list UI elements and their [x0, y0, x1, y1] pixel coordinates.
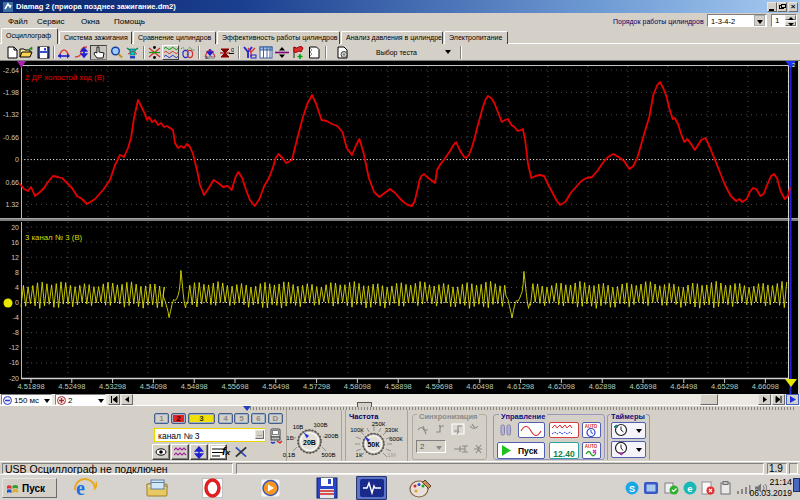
- svg-text:4.51898: 4.51898: [17, 382, 44, 391]
- svg-text:0: 0: [15, 156, 19, 163]
- svg-text:4: 4: [15, 284, 19, 291]
- svg-text:50К: 50К: [367, 441, 380, 448]
- svg-text:500В: 500В: [321, 452, 335, 458]
- svg-text:-2.64: -2.64: [3, 67, 19, 74]
- svg-text:12: 12: [11, 254, 19, 261]
- svg-text:0.66: 0.66: [5, 179, 19, 186]
- svg-text:4.62098: 4.62098: [548, 382, 575, 391]
- svg-text:4.58898: 4.58898: [385, 382, 412, 391]
- svg-text:1М: 1М: [387, 452, 395, 458]
- svg-text:4.52498: 4.52498: [58, 382, 85, 391]
- svg-text:AUTO: AUTO: [205, 56, 215, 60]
- svg-text:4.53298: 4.53298: [99, 382, 126, 391]
- svg-text:4.54898: 4.54898: [181, 382, 208, 391]
- svg-text:4.59698: 4.59698: [425, 382, 452, 391]
- svg-text:4.58098: 4.58098: [344, 382, 371, 391]
- svg-text:-1.32: -1.32: [3, 111, 19, 118]
- svg-text:0: 0: [15, 299, 19, 306]
- svg-text:16: 16: [11, 239, 19, 246]
- svg-text:600К: 600К: [389, 436, 403, 442]
- svg-text:8: 8: [15, 269, 19, 276]
- svg-text:-12: -12: [9, 344, 19, 351]
- svg-text:4.63698: 4.63698: [629, 382, 656, 391]
- svg-text:20: 20: [11, 224, 19, 231]
- svg-text:1.32: 1.32: [5, 201, 19, 208]
- svg-text:4.54098: 4.54098: [140, 382, 167, 391]
- svg-text:-4: -4: [13, 314, 19, 321]
- svg-text:-0.66: -0.66: [3, 134, 19, 141]
- svg-text:330К: 330К: [385, 427, 399, 433]
- svg-text:4.60498: 4.60498: [466, 382, 493, 391]
- svg-text:0,1В: 0,1В: [283, 452, 295, 458]
- svg-text:4.66098: 4.66098: [752, 382, 779, 391]
- svg-text:-8: -8: [13, 329, 19, 336]
- svg-text:4.55698: 4.55698: [221, 382, 248, 391]
- svg-text:e: e: [687, 483, 692, 494]
- svg-text:4.61298: 4.61298: [507, 382, 534, 391]
- svg-text:3 канал № 3 (В): 3 канал № 3 (В): [25, 233, 83, 242]
- svg-text:-16: -16: [9, 359, 19, 366]
- svg-text:-1.98: -1.98: [3, 89, 19, 96]
- svg-text:100К: 100К: [350, 427, 364, 433]
- svg-text:20В: 20В: [303, 439, 316, 446]
- svg-text:S: S: [629, 484, 635, 494]
- svg-text:4.65298: 4.65298: [711, 382, 738, 391]
- svg-text:4.62898: 4.62898: [589, 382, 616, 391]
- svg-text:-20: -20: [9, 375, 19, 382]
- svg-text:4.57298: 4.57298: [303, 382, 330, 391]
- svg-text:4.64498: 4.64498: [670, 382, 697, 391]
- svg-text:AUTO: AUTO: [585, 444, 598, 449]
- svg-text:0: 0: [231, 47, 234, 53]
- svg-text:2 ДР холостой ход (В): 2 ДР холостой ход (В): [25, 73, 105, 82]
- svg-text:4.56498: 4.56498: [262, 382, 289, 391]
